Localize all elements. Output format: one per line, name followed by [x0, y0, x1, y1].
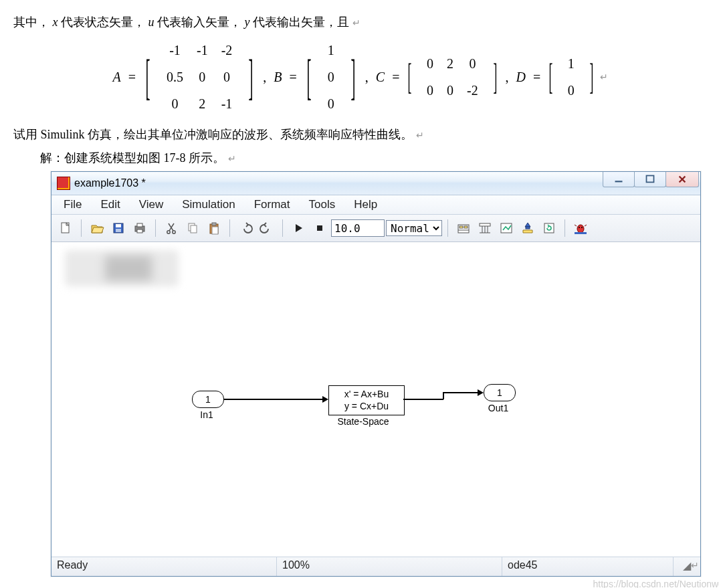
matrix-B: 1 0 0	[321, 37, 341, 117]
return-mark: ↵	[352, 18, 361, 28]
matrix-C: 020 00-2	[420, 50, 485, 104]
wire-ss-out-h2	[443, 392, 480, 393]
wire-ss-out-h1	[403, 399, 443, 400]
smudge-mark	[65, 250, 179, 286]
return-mark: ↵	[416, 130, 424, 140]
text: 代表输出矢量，且	[253, 15, 349, 29]
out1-block[interactable]: 1	[484, 384, 516, 401]
menu-simulation[interactable]: Simulation	[173, 197, 244, 213]
svg-point-37	[581, 227, 583, 228]
state-space-label: State-Space	[323, 416, 403, 427]
model-explorer-icon[interactable]	[496, 218, 516, 238]
return-mark: ↵	[691, 557, 699, 574]
stop-time-input[interactable]	[331, 219, 385, 237]
menu-tools[interactable]: Tools	[299, 197, 344, 213]
text: 代表状态矢量，	[61, 15, 145, 29]
toolbar: Normal	[52, 215, 700, 242]
svg-point-13	[167, 231, 170, 233]
refresh-button[interactable]	[539, 218, 559, 238]
simulink-window: example1703 * File Edit View Simulation …	[51, 171, 701, 577]
status-zoom: 100%	[277, 557, 502, 576]
paragraph-1: 其中， x 代表状态矢量， u 代表输入矢量， y 代表输出矢量，且 ↵	[13, 11, 706, 33]
wire-ss-out-v	[443, 392, 444, 399]
simulation-mode-select[interactable]: Normal	[386, 220, 442, 236]
svg-rect-26	[480, 223, 490, 226]
svg-rect-18	[212, 223, 216, 225]
model-browser-icon[interactable]	[453, 218, 474, 238]
svg-rect-10	[137, 229, 142, 233]
build-button[interactable]	[518, 218, 538, 238]
library-browser-icon[interactable]	[475, 218, 495, 238]
var-u: u	[148, 15, 155, 29]
simulink-icon	[57, 177, 70, 190]
arrow-icon	[322, 396, 328, 403]
text: 其中，	[13, 15, 49, 29]
text: 代表输入矢量，	[157, 15, 241, 29]
svg-rect-6	[116, 224, 121, 227]
window-title: example1703 *	[74, 177, 146, 189]
svg-rect-24	[464, 226, 468, 228]
return-mark: ↵	[228, 154, 236, 164]
open-button[interactable]	[87, 218, 107, 238]
svg-rect-34	[544, 223, 554, 233]
var-y: y	[245, 15, 250, 29]
close-button[interactable]	[665, 172, 699, 187]
title-bar[interactable]: example1703 *	[52, 172, 700, 195]
menu-view[interactable]: View	[130, 197, 173, 213]
paragraph-2: 试用 Simulink 仿真，绘出其单位冲激响应的波形、系统频率响应特性曲线。 …	[13, 124, 706, 145]
in1-label: In1	[167, 409, 247, 420]
debug-button[interactable]	[571, 218, 591, 238]
status-solver: ode45	[502, 557, 674, 576]
redo-button[interactable]	[257, 218, 277, 238]
paragraph-3: 解：创建系统模型如图 17-8 所示。 ↵	[13, 147, 706, 169]
copy-button[interactable]	[183, 218, 203, 238]
var-x: x	[53, 15, 58, 29]
in1-block[interactable]: 1	[192, 391, 224, 408]
menu-file[interactable]: File	[54, 197, 91, 213]
run-button[interactable]	[288, 218, 308, 238]
minimize-button[interactable]	[603, 172, 635, 187]
svg-rect-16	[191, 225, 197, 233]
svg-point-35	[577, 225, 584, 233]
svg-marker-20	[296, 224, 302, 232]
svg-rect-33	[526, 227, 530, 229]
undo-button[interactable]	[235, 218, 255, 238]
svg-line-12	[169, 223, 174, 231]
print-button[interactable]	[130, 218, 150, 238]
cut-button[interactable]	[161, 218, 181, 238]
svg-rect-1	[647, 176, 654, 183]
new-button[interactable]	[56, 218, 76, 238]
menu-format[interactable]: Format	[245, 197, 300, 213]
svg-line-38	[575, 225, 577, 226]
watermark-text: https://blog.csdn.net/Neutionwei	[593, 576, 719, 588]
state-space-block[interactable]: x' = Ax+Bu y = Cx+Du	[328, 385, 405, 415]
svg-rect-9	[137, 223, 142, 227]
matrix-A: -1-1-2 0.500 02-1	[160, 37, 239, 117]
svg-rect-21	[317, 225, 322, 231]
save-button[interactable]	[108, 218, 128, 238]
svg-line-11	[169, 223, 173, 231]
svg-point-36	[579, 227, 580, 228]
svg-rect-7	[116, 229, 121, 232]
paste-button[interactable]	[204, 218, 224, 238]
arrow-icon	[478, 389, 484, 396]
svg-line-39	[585, 225, 587, 226]
status-ready: Ready	[52, 557, 277, 576]
matrix-D: 1 0	[561, 50, 581, 104]
maximize-button[interactable]	[634, 172, 666, 187]
svg-rect-23	[459, 226, 463, 228]
wire-in-to-ss	[224, 399, 324, 400]
return-mark: ↵	[600, 69, 608, 86]
menu-edit[interactable]: Edit	[91, 197, 129, 213]
stop-button[interactable]	[310, 218, 330, 238]
status-bar: Ready 100% ode45 ◢	[52, 557, 700, 576]
out1-label: Out1	[458, 403, 538, 413]
svg-marker-32	[525, 223, 530, 227]
svg-point-14	[173, 231, 175, 233]
menu-help[interactable]: Help	[344, 197, 387, 213]
svg-rect-19	[212, 227, 218, 234]
menu-bar: File Edit View Simulation Format Tools H…	[52, 195, 700, 215]
svg-rect-40	[575, 232, 587, 234]
equation-block: A= [ -1-1-2 0.500 02-1 ] , B= [ 1 0 0 ] …	[13, 37, 706, 117]
model-canvas[interactable]: 1 In1 x' = Ax+Bu y = Cx+Du State-Space 1…	[52, 242, 700, 557]
